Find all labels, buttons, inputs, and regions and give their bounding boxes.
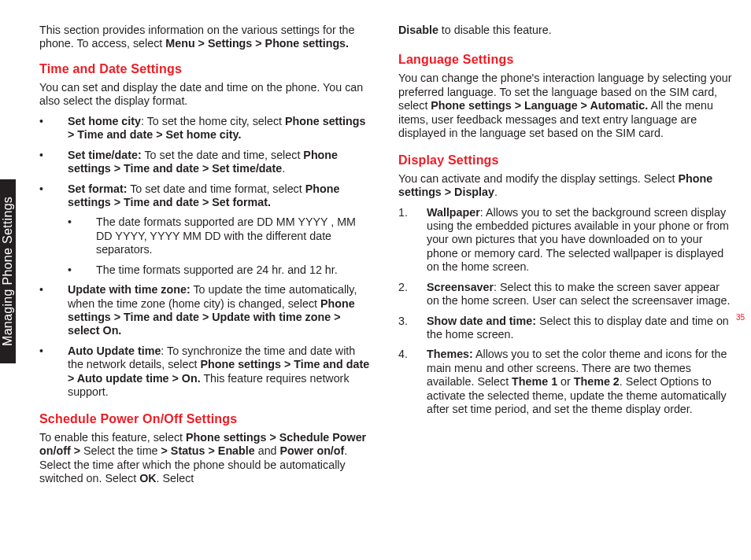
language-heading: Language Settings (398, 53, 732, 67)
schedule-heading: Schedule Power On/Off Settings (39, 412, 373, 426)
display-lead: You can activate and modify the display … (398, 172, 732, 200)
item-label: Auto Update time (68, 344, 161, 357)
schedule-section: Schedule Power On/Off Settings To enable… (39, 412, 373, 486)
t: Select the time (80, 444, 161, 457)
t: To enable this feature, select (39, 431, 186, 444)
item-label: Set home city (68, 115, 141, 127)
intro-path: Menu > Settings > Phone settings. (165, 37, 349, 50)
t: and (255, 444, 280, 457)
page-content: This section provides information on the… (39, 24, 732, 485)
language-paragraph: You can change the phone's interaction l… (398, 72, 732, 140)
t: . (494, 186, 498, 198)
t: . Select (157, 472, 194, 484)
item-label: Update with time zone: (68, 283, 191, 296)
item-after: . (282, 162, 285, 175)
subitem-text: The time formats supported are 24 hr. an… (96, 263, 338, 276)
b: > Status > Enable (161, 444, 255, 457)
b: Phone settings > Language > Automatic. (431, 99, 648, 112)
list-item: Screensaver: Select this to make the scr… (398, 281, 732, 308)
left-column: This section provides information on the… (39, 24, 373, 485)
list-item: Set time/date: To set the date and time,… (39, 149, 373, 176)
list-item: Wallpaper: Allows you to set the backgro… (398, 206, 732, 274)
display-list: Wallpaper: Allows you to set the backgro… (398, 206, 732, 417)
display-section: Display Settings You can activate and mo… (398, 153, 732, 417)
schedule-paragraph: To enable this feature, select Phone set… (39, 431, 373, 486)
list-item: Update with time zone: To update the tim… (39, 283, 373, 338)
display-heading: Display Settings (398, 153, 732, 168)
sidebar-label: Managing Phone Settings (1, 197, 15, 346)
item-label: Screensaver (427, 281, 494, 293)
item-sep: : (161, 344, 167, 357)
list-item: The date formats supported are DD MM YYY… (68, 216, 373, 256)
intro-paragraph: This section provides information on the… (39, 24, 373, 51)
b: Power on/of (280, 444, 345, 457)
disable-paragraph: Disable to disable this feature. (398, 24, 732, 37)
item-text: To set the home city, select (147, 115, 285, 127)
item-text: To set the date and time, select (144, 149, 303, 161)
b: Disable (398, 24, 438, 36)
format-sublist: The date formats supported are DD MM YYY… (68, 216, 373, 277)
t: to disable this feature. (438, 24, 552, 36)
page-number: 35 (736, 313, 745, 322)
sidebar-section-tab: Managing Phone Settings (0, 179, 16, 363)
list-item: Auto Update time: To synchronize the tim… (39, 344, 373, 400)
t: You can activate and modify the display … (398, 172, 679, 185)
time-date-section: Time and Date Settings You can set and d… (39, 62, 373, 400)
time-date-heading: Time and Date Settings (39, 62, 373, 76)
language-section: Language Settings You can change the pho… (398, 53, 732, 140)
item-sep: : (480, 206, 486, 219)
time-date-lead: You can set and display the date and tim… (39, 81, 373, 109)
item-text: To set date and time format, select (130, 182, 305, 195)
item-label: Set time/date: (68, 149, 142, 161)
list-item: Show date and time: Select this to displ… (398, 315, 732, 342)
item-sep: : (141, 115, 147, 127)
list-item: The time formats supported are 24 hr. an… (68, 263, 373, 277)
t: or (557, 375, 574, 388)
item-label: Set format: (68, 182, 127, 195)
item-label: Show date and time: (427, 315, 536, 327)
list-item: Themes: Allows you to set the color them… (398, 348, 732, 416)
item-sep: : (494, 281, 500, 293)
b: OK (139, 472, 156, 484)
b: Theme 1 (512, 375, 557, 388)
item-label: Themes: (427, 348, 473, 360)
b: Theme 2 (574, 375, 620, 388)
right-column: Disable to disable this feature. Languag… (398, 24, 732, 485)
subitem-text: The date formats supported are DD MM YYY… (96, 216, 356, 256)
item-label: Wallpaper (427, 206, 480, 219)
list-item: Set format: To set date and time format,… (39, 182, 373, 278)
list-item: Set home city: To set the home city, sel… (39, 115, 373, 142)
time-date-list: Set home city: To set the home city, sel… (39, 115, 373, 400)
